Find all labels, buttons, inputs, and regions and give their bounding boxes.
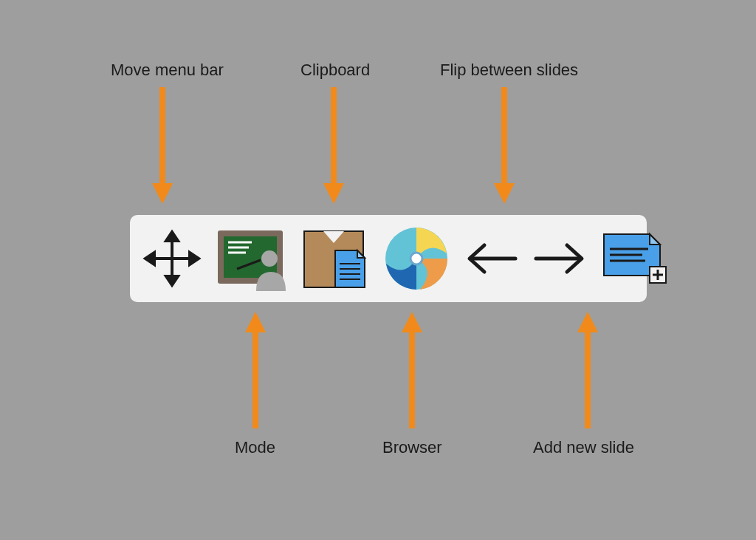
svg-point-24 bbox=[261, 250, 278, 267]
browser-swirl-icon bbox=[383, 225, 450, 292]
label-clipboard: Clipboard bbox=[300, 61, 370, 80]
svg-marker-16 bbox=[145, 253, 154, 264]
label-move: Move menu bar bbox=[111, 61, 224, 80]
clipboard-button[interactable] bbox=[297, 225, 371, 292]
next-slide-button[interactable] bbox=[530, 240, 589, 277]
svg-marker-17 bbox=[190, 253, 199, 264]
svg-marker-14 bbox=[166, 232, 178, 241]
mode-chalkboard-icon bbox=[216, 226, 286, 291]
callout-arrow-icon bbox=[573, 310, 602, 428]
browser-button[interactable] bbox=[379, 225, 453, 292]
callout-arrow-icon bbox=[489, 87, 519, 205]
svg-marker-1 bbox=[152, 183, 173, 204]
menu-toolbar bbox=[130, 215, 647, 302]
svg-marker-3 bbox=[323, 183, 344, 204]
prev-slide-button[interactable] bbox=[462, 240, 521, 277]
svg-point-30 bbox=[410, 253, 422, 264]
svg-marker-9 bbox=[402, 312, 422, 332]
callout-arrow-icon bbox=[397, 310, 427, 428]
label-add: Add new slide bbox=[533, 438, 634, 457]
svg-marker-7 bbox=[245, 312, 266, 332]
label-browser: Browser bbox=[382, 438, 442, 457]
move-handle-icon bbox=[142, 229, 202, 288]
callout-arrow-icon bbox=[319, 87, 348, 205]
add-slide-button[interactable] bbox=[598, 230, 672, 287]
callout-arrow-icon bbox=[148, 87, 177, 205]
move-handle-button[interactable] bbox=[139, 229, 205, 288]
add-slide-icon bbox=[601, 230, 669, 287]
arrow-left-icon bbox=[464, 240, 520, 277]
arrow-right-icon bbox=[532, 240, 588, 277]
mode-button[interactable] bbox=[214, 226, 288, 291]
svg-marker-15 bbox=[166, 276, 178, 285]
callout-arrow-icon bbox=[241, 310, 270, 428]
label-flip: Flip between slides bbox=[440, 61, 578, 80]
label-mode: Mode bbox=[235, 438, 275, 457]
clipboard-icon bbox=[300, 225, 368, 292]
svg-marker-5 bbox=[494, 183, 515, 204]
svg-marker-11 bbox=[577, 312, 598, 332]
